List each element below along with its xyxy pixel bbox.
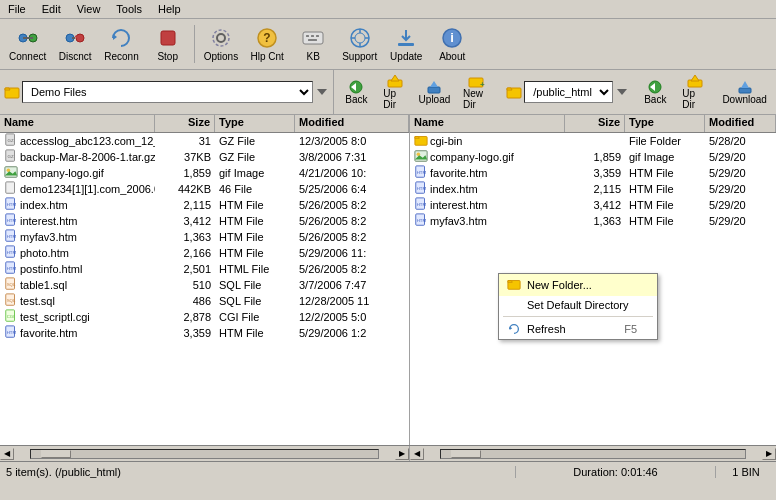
svg-marker-38 [617,89,627,95]
menu-tools[interactable]: Tools [112,2,146,16]
svg-point-10 [213,30,229,46]
update-button[interactable]: Update [384,23,428,65]
scroll-area: ◀ ▶ ◀ ▶ [0,445,776,461]
right-scroll-right[interactable]: ▶ [762,448,776,460]
right-scroll-thumb[interactable] [451,450,481,458]
newdir-icon: + [468,74,486,88]
download-button[interactable]: Download [717,78,772,107]
menu-edit[interactable]: Edit [38,2,65,16]
left-file-pane: Name Size Type Modified GZ accesslog_abc… [0,115,410,445]
file-type: SQL File [215,279,295,291]
table-row[interactable]: cgi-bin File Folder 5/28/20 [410,133,776,149]
right-dropdown-arrow-icon[interactable] [615,85,629,99]
table-row[interactable]: company-logo.gif 1,859 gif Image 4/21/20… [0,165,409,181]
menu-help[interactable]: Help [154,2,185,16]
table-row[interactable]: HTM index.htm 2,115 HTM File 5/26/2005 8… [0,197,409,213]
file-icon: HTM [4,325,18,341]
support-button[interactable]: Support [337,23,382,65]
table-row[interactable]: HTM photo.htm 2,166 HTM File 5/29/2006 1… [0,245,409,261]
left-dropdown-arrow-icon[interactable] [315,85,329,99]
helpcnt-button[interactable]: ? Hlp Cnt [245,23,289,65]
file-size: 486 [155,295,215,307]
context-menu-set-default[interactable]: Set Default Directory [499,296,657,314]
right-address-select[interactable]: /public_html [524,81,613,103]
reconnect-button[interactable]: Reconn [99,23,143,65]
right-updir-icon [686,74,704,88]
status-left: 5 item(s). (/public_html) [0,466,516,478]
left-address-select[interactable]: Demo Files [22,81,313,103]
table-row[interactable]: HTM myfav3.htm 1,363 HTM File 5/26/2005 … [0,229,409,245]
menu-view[interactable]: View [73,2,105,16]
table-row[interactable]: HTM favorite.htm 3,359 HTM File 5/29/200… [0,325,409,341]
context-menu-refresh[interactable]: RefreshF5 [499,319,657,339]
file-type: HTM File [215,247,295,259]
file-type: HTM File [215,199,295,211]
upload-icon [425,80,443,94]
svg-marker-32 [391,75,399,81]
table-row[interactable]: demo1234[1][1].com_2006.0... 442KB 46 Fi… [0,181,409,197]
table-row[interactable]: HTM index.htm 2,115 HTM File 5/29/20 [410,181,776,197]
table-row[interactable]: SQL test.sql 486 SQL File 12/28/2005 11 [0,293,409,309]
kb-button[interactable]: KB [291,23,335,65]
table-row[interactable]: HTM myfav3.htm 1,363 HTM File 5/29/20 [410,213,776,229]
table-row[interactable]: HTM favorite.htm 3,359 HTM File 5/29/20 [410,165,776,181]
left-col-modified[interactable]: Modified [295,115,409,132]
options-button[interactable]: Options [199,23,243,65]
right-scroll-track[interactable] [440,449,746,459]
file-name: GZ backup-Mar-8-2006-1.tar.gz [0,149,155,165]
table-row[interactable]: GZ accesslog_abc123.com_12_3... 31 GZ Fi… [0,133,409,149]
svg-marker-44 [741,81,749,88]
connect-button[interactable]: Connect [4,23,51,65]
about-button[interactable]: i About [430,23,474,65]
left-col-type[interactable]: Type [215,115,295,132]
updir-icon [386,74,404,88]
file-icon: HTM [414,165,428,181]
file-name: HTM postinfo.html [0,261,155,277]
table-row[interactable]: company-logo.gif 1,859 gif Image 5/29/20 [410,149,776,165]
file-modified: 12/2/2005 5:0 [295,311,409,323]
left-scroll-right[interactable]: ▶ [395,448,409,460]
table-row[interactable]: HTM interest.htm 3,412 HTM File 5/26/200… [0,213,409,229]
file-modified: 5/29/2006 1:2 [295,327,409,339]
file-type: SQL File [215,295,295,307]
file-size: 31 [155,135,215,147]
left-file-list: GZ accesslog_abc123.com_12_3... 31 GZ Fi… [0,133,409,445]
menu-file[interactable]: File [4,2,30,16]
stop-button[interactable]: Stop [146,23,190,65]
right-col-size[interactable]: Size [565,115,625,132]
file-type: gif Image [215,167,295,179]
file-size: 2,115 [565,183,625,195]
upload-button[interactable]: Upload [415,78,454,107]
left-back-button[interactable]: Back [338,78,374,107]
left-folder-icon [4,84,20,100]
disconnect-button[interactable]: Discnct [53,23,97,65]
separator-1 [194,25,195,63]
right-col-modified[interactable]: Modified [705,115,776,132]
support-icon [348,26,372,50]
right-scroll-left[interactable]: ◀ [410,448,424,460]
table-row[interactable]: HTM postinfo.html 2,501 HTML File 5/26/2… [0,261,409,277]
right-col-type[interactable]: Type [625,115,705,132]
svg-text:HTM: HTM [7,234,17,239]
file-name: HTM interest.htm [410,197,565,213]
left-scroll-left[interactable]: ◀ [0,448,14,460]
right-back-button[interactable]: Back [637,78,673,107]
back-icon [347,80,365,94]
table-row[interactable]: SQL table1.sql 510 SQL File 3/7/2006 7:4… [0,277,409,293]
left-scroll-track[interactable] [30,449,379,459]
svg-marker-42 [691,75,699,81]
left-col-size[interactable]: Size [155,115,215,132]
left-scroll-thumb[interactable] [41,450,71,458]
file-type: HTM File [625,215,705,227]
file-icon [4,165,18,181]
right-col-name[interactable]: Name [410,115,565,132]
context-menu-new-folder[interactable]: New Folder... [499,274,657,296]
left-updir-button[interactable]: Up Dir [376,72,413,112]
table-row[interactable]: HTM interest.htm 3,412 HTM File 5/29/20 [410,197,776,213]
file-name: HTM favorite.htm [410,165,565,181]
left-newdir-button[interactable]: + New Dir [456,72,498,112]
left-col-name[interactable]: Name [0,115,155,132]
table-row[interactable]: GZ backup-Mar-8-2006-1.tar.gz 37KB GZ Fi… [0,149,409,165]
right-updir-button[interactable]: Up Dir [675,72,715,112]
table-row[interactable]: CGI test_scriptl.cgi 2,878 CGI File 12/2… [0,309,409,325]
